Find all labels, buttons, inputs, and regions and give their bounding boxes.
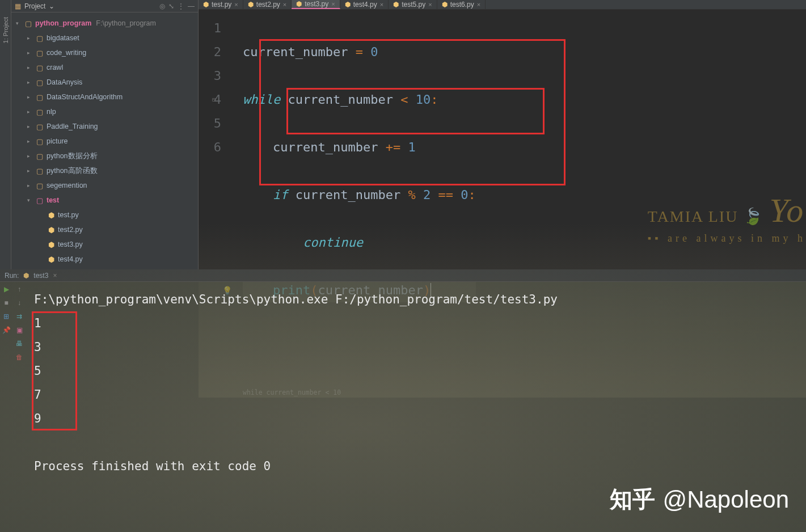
tree-folder-label: segemention [47,181,87,189]
layout-icon[interactable]: ⊞ [3,313,9,320]
project-panel-header: ▦ Project ⌄ ◎ ⤡ ⋮ — [11,0,198,12]
tab-label: test2.py [256,1,280,9]
tree-folder-label: bigdataset [47,34,79,42]
folder-icon: ▢ [35,123,44,131]
tree-folder[interactable]: ▸ ▢ Paddle_Training [11,119,198,134]
close-icon[interactable]: × [380,1,383,8]
tree-folder[interactable]: ▸ ▢ DataAnysis [11,75,198,90]
run-toolbar-inner: ↑ ↓ ⇉ ▣ 🖶 🗑 [12,282,26,532]
tree-folder[interactable]: ▸ ▢ python高阶函数 [11,163,198,178]
console-line: 7 [34,383,798,407]
down-arrow-icon[interactable]: ↓ [18,299,21,307]
chevron-right-icon[interactable]: ▸ [27,65,33,70]
chevron-right-icon[interactable]: ▸ [27,124,33,129]
tree-folder-test[interactable]: ▾ ▢ test [11,193,198,208]
close-icon[interactable]: × [428,1,432,8]
editor-tab[interactable]: ⬢ test6.py × [437,0,486,9]
project-panel: ▦ Project ⌄ ◎ ⤡ ⋮ — ▾ ▢ python_program F… [11,0,199,269]
tree-file[interactable]: ⬢ test.py [11,208,198,222]
stop-icon[interactable]: ■ [4,299,8,307]
pin-icon[interactable]: 📌 [2,326,11,334]
scroll-icon[interactable]: ▣ [16,326,23,334]
python-icon: ⬢ [345,1,351,9]
console-line: 9 [34,407,798,430]
line-number: 2 [199,40,221,64]
line-number: 5 [199,112,221,136]
up-arrow-icon[interactable]: ↑ [18,285,21,293]
zhihu-logo: 知乎 [610,484,655,515]
tree-folder-label: DataAnysis [47,78,82,86]
tree-folder[interactable]: ▸ ▢ DataStructAndAlgorithm [11,90,198,104]
tree-folder[interactable]: ▸ ▢ picture [11,134,198,149]
console-line: 5 [34,359,798,383]
tree-file[interactable]: ⬢ test3.py [11,237,198,252]
tree-file[interactable]: ⬢ test4.py [11,252,198,267]
chevron-right-icon[interactable]: ▸ [27,183,33,188]
editor-area: ⬢ test.py × ⬢ test2.py × ⬢ test3.py × ⬢ … [199,0,806,269]
trash-icon[interactable]: 🗑 [16,353,23,361]
folder-icon: ▢ [24,19,33,28]
more-icon[interactable]: ⋮ [178,2,184,10]
folder-icon: ▢ [35,167,44,175]
hide-icon[interactable]: — [188,2,195,10]
tree-file[interactable]: ⬢ test2.py [11,222,198,237]
close-icon[interactable]: × [283,1,286,8]
tree-file-label: test4.py [58,255,83,263]
zhihu-author: @Napoleon [663,486,789,513]
run-toolbar-left: ▶ ■ ⊞ 📌 [0,282,12,532]
folder-icon: ▢ [35,93,44,102]
tree-root[interactable]: ▾ ▢ python_program F:\python_program [11,16,198,31]
chevron-right-icon[interactable]: ▸ [27,153,33,159]
close-icon[interactable]: × [53,272,57,280]
chevron-right-icon[interactable]: ▸ [27,109,33,115]
tree-folder-label: DataStructAndAlgorithm [47,93,123,101]
chevron-right-icon[interactable]: ▸ [27,50,33,56]
chevron-right-icon[interactable]: ▸ [27,138,33,144]
chevron-down-icon[interactable]: ⌄ [49,2,54,10]
python-icon: ⬢ [248,1,254,9]
project-tree[interactable]: ▾ ▢ python_program F:\python_program ▸ ▢… [11,12,198,269]
close-icon[interactable]: × [331,1,335,7]
tool-window-bar[interactable]: 1: Project [0,0,11,269]
chevron-right-icon[interactable]: ▸ [27,168,33,174]
tree-folder[interactable]: ▸ ▢ bigdataset [11,31,198,45]
run-panel-header: Run: ⬢ test3 × [0,269,806,282]
run-panel: Run: ⬢ test3 × ▶ ■ ⊞ 📌 ↑ ↓ ⇉ ▣ 🖶 🗑 F:\py… [0,269,806,532]
wrap-icon[interactable]: ⇉ [16,313,22,320]
chevron-right-icon[interactable]: ▸ [27,35,33,41]
target-icon[interactable]: ◎ [159,2,165,10]
tree-folder-label: picture [47,137,68,145]
editor-tab[interactable]: ⬢ test2.py × [243,0,292,9]
chevron-down-icon[interactable]: ▾ [27,197,33,203]
project-header-label: Project [24,2,45,10]
tree-folder[interactable]: ▸ ▢ segemention [11,178,198,193]
editor-tab[interactable]: ⬢ test3.py × [292,0,340,9]
tree-folder[interactable]: ▸ ▢ python数据分析 [11,149,198,163]
folder-icon: ▢ [35,137,44,146]
python-icon: ⬢ [442,1,448,9]
editor-tab[interactable]: ⬢ test5.py × [389,0,437,9]
run-header-label: Run: [5,272,19,280]
tree-file-label: test.py [58,211,79,219]
collapse-icon[interactable]: ⤡ [168,2,174,10]
tree-folder[interactable]: ▸ ▢ crawl [11,60,198,75]
editor-tab[interactable]: ⬢ test.py × [199,0,243,9]
chevron-right-icon[interactable]: ▸ [27,94,33,100]
tree-folder[interactable]: ▸ ▢ code_writing [11,45,198,60]
fold-icon[interactable]: ⊟ [212,88,216,112]
chevron-down-icon[interactable]: ▾ [16,20,22,26]
run-tab-label[interactable]: test3 [33,272,48,280]
print-icon[interactable]: 🖶 [16,340,23,348]
chevron-right-icon[interactable]: ▸ [27,79,33,85]
close-icon[interactable]: × [477,1,480,8]
folder-icon: ▢ [35,49,44,57]
python-icon: ⬢ [296,0,302,8]
tab-label: test.py [212,1,231,9]
close-icon[interactable]: × [234,1,238,8]
editor-tab[interactable]: ⬢ test4.py × [340,0,389,9]
folder-icon: ▢ [35,34,44,43]
zhihu-watermark: 知乎 @Napoleon [610,484,789,515]
project-tab-label[interactable]: 1: Project [2,17,9,43]
play-icon[interactable]: ▶ [4,285,9,293]
tree-folder[interactable]: ▸ ▢ nlp [11,104,198,119]
